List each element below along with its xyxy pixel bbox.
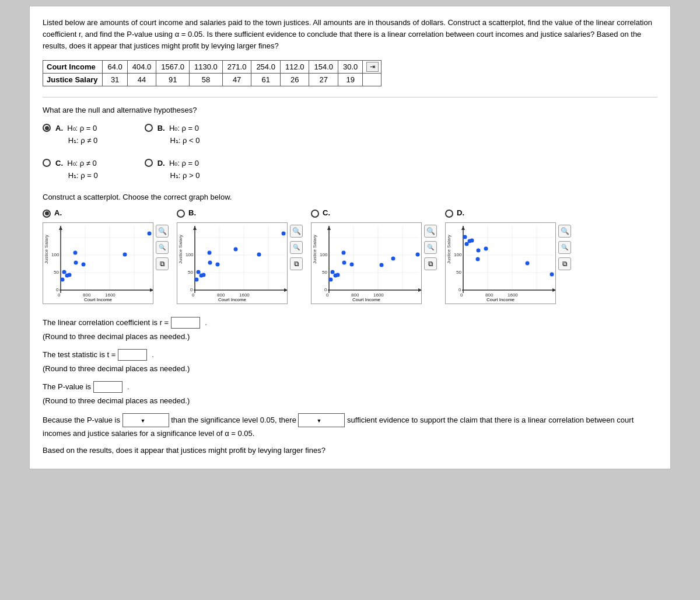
bottom-text: Based on the results, does it appear tha… xyxy=(43,446,326,455)
graph-wrapper-A: 0 50 100 0 800 1600 Justice Salary xyxy=(43,222,169,304)
svg-text:100: 100 xyxy=(186,252,194,257)
svg-point-75 xyxy=(329,277,333,281)
hyp-text-B: B. H₀: ρ = 0 H₁: ρ < 0 xyxy=(158,123,200,147)
linear-coeff-label: The linear correlation coefficient is r … xyxy=(43,318,169,327)
conclusion-dropdown-1[interactable] xyxy=(123,413,169,427)
graph-C-side-icons: 🔍 🔍 ⧉ xyxy=(424,225,437,270)
because-label: Because the P-value is xyxy=(43,415,120,424)
data-table: Court Income 64.0 404.0 1567.0 1130.0 27… xyxy=(43,60,382,86)
graph-option-D[interactable]: D. xyxy=(445,208,571,304)
p-value-input[interactable] xyxy=(93,381,123,393)
radio-graph-A[interactable] xyxy=(43,210,51,218)
svg-text:100: 100 xyxy=(320,252,328,257)
radio-C[interactable] xyxy=(43,159,51,167)
svg-point-99 xyxy=(526,261,530,265)
hyp-right-col: B. H₀: ρ = 0 H₁: ρ < 0 D. H₀: ρ = 0 H₁: … xyxy=(145,123,200,182)
p-value-note-text: (Round to three decimal places as needed… xyxy=(43,396,190,405)
js-1: 31 xyxy=(103,74,127,86)
conclusion-dropdown-2[interactable] xyxy=(298,413,345,427)
hyp-text-A: A. H₀: ρ = 0 H₁: ρ ≠ 0 xyxy=(55,123,97,147)
svg-text:50: 50 xyxy=(54,270,59,275)
linear-coeff-note-text: (Round to three decimal places as needed… xyxy=(43,332,190,341)
svg-point-43 xyxy=(208,250,212,254)
svg-point-39 xyxy=(216,262,220,266)
svg-text:Justice Salary: Justice Salary xyxy=(446,235,452,264)
radio-A[interactable] xyxy=(43,124,51,132)
radio-D[interactable] xyxy=(145,159,153,167)
svg-text:50: 50 xyxy=(188,270,193,275)
ci-4: 1130.0 xyxy=(190,61,223,74)
zoom-in-icon-D[interactable]: 🔍 xyxy=(558,225,571,238)
linear-coeff-input[interactable] xyxy=(171,317,200,329)
svg-text:Justice Salary: Justice Salary xyxy=(44,235,49,264)
zoom-out-icon-D[interactable]: 🔍 xyxy=(558,241,571,254)
p-value-line: The P-value is . xyxy=(43,381,657,393)
more-button[interactable]: ⇥ xyxy=(363,61,382,74)
hyp-option-B[interactable]: B. H₀: ρ = 0 H₁: ρ < 0 xyxy=(145,123,200,147)
ci-1: 64.0 xyxy=(103,61,127,74)
svg-text:100: 100 xyxy=(51,252,60,257)
than-text: than the significance level 0.05, there xyxy=(171,415,296,424)
js-4: 58 xyxy=(190,74,223,86)
graph-D-side-icons: 🔍 🔍 ⧉ xyxy=(558,225,571,270)
graph-A-side-icons: 🔍 🔍 ⧉ xyxy=(156,225,169,270)
row2-label: Justice Salary xyxy=(43,74,103,86)
svg-point-67 xyxy=(331,270,335,274)
graph-option-C[interactable]: C. xyxy=(311,208,437,304)
graph-B-xlabel: Court Income xyxy=(177,297,287,302)
svg-marker-88 xyxy=(461,226,465,230)
svg-point-45 xyxy=(202,273,206,277)
graph-label-C: C. xyxy=(323,208,330,217)
graph-A-xlabel: Court Income xyxy=(43,297,153,302)
dot-A2 xyxy=(82,262,86,266)
svg-point-76 xyxy=(380,263,384,267)
svg-point-97 xyxy=(484,246,488,250)
bottom-section: Based on the results, does it appear tha… xyxy=(43,446,657,455)
svg-point-103 xyxy=(470,238,474,242)
hyp-option-D[interactable]: D. H₀: ρ = 0 H₁: ρ > 0 xyxy=(145,158,200,182)
radio-graph-B[interactable] xyxy=(177,210,185,218)
test-stat-line: The test statistic is t = . xyxy=(43,349,657,361)
hyp-option-C[interactable]: C. H₀: ρ ≠ 0 H₁: ρ = 0 xyxy=(43,158,98,182)
dot-A6 xyxy=(74,250,78,254)
radio-graph-C[interactable] xyxy=(311,210,319,218)
p-value-period: . xyxy=(127,382,130,391)
hyp-option-A[interactable]: A. H₀: ρ = 0 H₁: ρ ≠ 0 xyxy=(43,123,98,147)
svg-text:50: 50 xyxy=(322,270,327,275)
radio-B[interactable] xyxy=(145,124,153,132)
js-5: 47 xyxy=(222,74,251,86)
ci-7: 112.0 xyxy=(280,61,309,74)
svg-point-71 xyxy=(342,260,346,264)
external-link-icon-C[interactable]: ⧉ xyxy=(424,257,437,270)
p-value-label: The P-value is xyxy=(43,382,91,391)
zoom-out-icon-A[interactable]: 🔍 xyxy=(156,241,169,254)
main-page: Listed below are amounts of court income… xyxy=(29,6,671,469)
svg-marker-59 xyxy=(327,226,331,230)
external-link-icon-B[interactable]: ⧉ xyxy=(290,257,303,270)
svg-marker-29 xyxy=(284,288,288,292)
ci-9: 30.0 xyxy=(338,61,363,74)
zoom-out-icon-B[interactable]: 🔍 xyxy=(290,241,303,254)
zoom-in-icon-B[interactable]: 🔍 xyxy=(290,225,303,238)
zoom-in-icon-C[interactable]: 🔍 xyxy=(424,225,437,238)
js-7: 26 xyxy=(280,74,309,86)
graph-option-A[interactable]: A. xyxy=(43,208,169,304)
svg-marker-58 xyxy=(418,288,422,292)
dot-A1 xyxy=(62,270,66,274)
svg-point-38 xyxy=(197,270,201,274)
zoom-in-icon-A[interactable]: 🔍 xyxy=(156,225,169,238)
dot-A8 xyxy=(68,273,72,277)
external-link-icon-D[interactable]: ⧉ xyxy=(558,257,571,270)
external-link-icon-A[interactable]: ⧉ xyxy=(156,257,169,270)
svg-marker-11 xyxy=(59,226,62,230)
svg-point-100 xyxy=(477,248,481,252)
hypotheses-options: A. H₀: ρ = 0 H₁: ρ ≠ 0 C. H₀: ρ ≠ 0 H₁: … xyxy=(43,123,657,182)
svg-point-46 xyxy=(195,277,199,281)
graph-option-B[interactable]: B. xyxy=(177,208,303,304)
graph-wrapper-C: 0 50 100 0 800 1600 Justice Salary xyxy=(311,222,437,304)
js-8: 27 xyxy=(309,74,338,86)
linear-coeff-line: The linear correlation coefficient is r … xyxy=(43,317,657,329)
radio-graph-D[interactable] xyxy=(445,210,453,218)
zoom-out-icon-C[interactable]: 🔍 xyxy=(424,241,437,254)
test-stat-input[interactable] xyxy=(118,349,147,361)
